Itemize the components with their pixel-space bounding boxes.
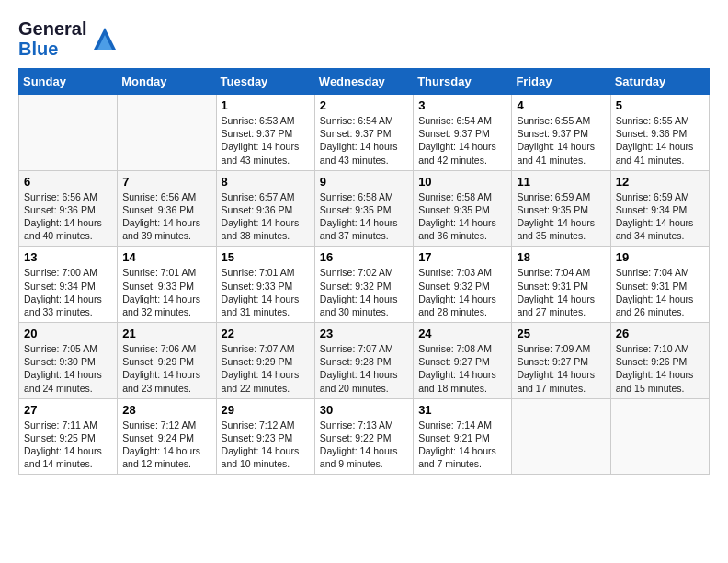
day-info: Sunrise: 6:56 AM Sunset: 9:36 PM Dayligh… bbox=[24, 190, 112, 243]
day-info: Sunrise: 6:59 AM Sunset: 9:34 PM Dayligh… bbox=[616, 190, 704, 243]
day-info: Sunrise: 7:07 AM Sunset: 9:28 PM Dayligh… bbox=[320, 342, 408, 395]
calendar-cell: 29Sunrise: 7:12 AM Sunset: 9:23 PM Dayli… bbox=[216, 398, 314, 475]
calendar-cell: 7Sunrise: 6:56 AM Sunset: 9:36 PM Daylig… bbox=[118, 170, 216, 247]
calendar-header-row: SundayMondayTuesdayWednesdayThursdayFrid… bbox=[19, 69, 710, 95]
day-info: Sunrise: 6:59 AM Sunset: 9:35 PM Dayligh… bbox=[517, 190, 605, 243]
calendar-cell: 10Sunrise: 6:58 AM Sunset: 9:35 PM Dayli… bbox=[414, 170, 512, 247]
day-info: Sunrise: 7:10 AM Sunset: 9:26 PM Dayligh… bbox=[616, 342, 704, 395]
calendar-cell bbox=[512, 398, 610, 475]
calendar-week-row: 20Sunrise: 7:05 AM Sunset: 9:30 PM Dayli… bbox=[19, 323, 710, 399]
day-info: Sunrise: 6:58 AM Sunset: 9:35 PM Dayligh… bbox=[320, 190, 408, 243]
calendar-cell: 19Sunrise: 7:04 AM Sunset: 9:31 PM Dayli… bbox=[610, 247, 709, 323]
calendar-week-row: 1Sunrise: 6:53 AM Sunset: 9:37 PM Daylig… bbox=[19, 95, 710, 171]
day-number: 6 bbox=[24, 175, 112, 189]
calendar-cell: 12Sunrise: 6:59 AM Sunset: 9:34 PM Dayli… bbox=[610, 170, 709, 247]
day-info: Sunrise: 6:54 AM Sunset: 9:37 PM Dayligh… bbox=[418, 114, 506, 167]
weekday-header-thursday: Thursday bbox=[414, 69, 512, 95]
day-info: Sunrise: 7:12 AM Sunset: 9:24 PM Dayligh… bbox=[122, 419, 210, 471]
day-number: 10 bbox=[418, 175, 506, 189]
logo-icon bbox=[90, 24, 119, 53]
day-number: 18 bbox=[517, 250, 605, 264]
day-number: 27 bbox=[24, 403, 112, 417]
day-number: 14 bbox=[122, 250, 210, 264]
calendar-cell: 1Sunrise: 6:53 AM Sunset: 9:37 PM Daylig… bbox=[216, 95, 314, 171]
weekday-header-wednesday: Wednesday bbox=[314, 69, 413, 95]
day-number: 16 bbox=[320, 250, 408, 264]
calendar-cell: 21Sunrise: 7:06 AM Sunset: 9:29 PM Dayli… bbox=[118, 323, 216, 399]
day-number: 11 bbox=[517, 175, 605, 189]
day-number: 29 bbox=[222, 403, 310, 417]
calendar-cell: 18Sunrise: 7:04 AM Sunset: 9:31 PM Dayli… bbox=[512, 247, 610, 323]
calendar-cell: 27Sunrise: 7:11 AM Sunset: 9:25 PM Dayli… bbox=[19, 398, 118, 475]
day-number: 23 bbox=[320, 327, 408, 340]
day-number: 12 bbox=[616, 175, 704, 189]
calendar-cell: 23Sunrise: 7:07 AM Sunset: 9:28 PM Dayli… bbox=[314, 323, 413, 399]
day-info: Sunrise: 7:08 AM Sunset: 9:27 PM Dayligh… bbox=[418, 342, 506, 395]
logo: General Blue bbox=[18, 18, 119, 59]
day-number: 1 bbox=[222, 98, 310, 112]
day-number: 17 bbox=[418, 250, 506, 264]
day-number: 13 bbox=[24, 250, 112, 264]
day-number: 28 bbox=[122, 403, 210, 417]
day-number: 30 bbox=[320, 403, 408, 417]
calendar-cell: 20Sunrise: 7:05 AM Sunset: 9:30 PM Dayli… bbox=[19, 323, 118, 399]
page-header: General Blue bbox=[18, 18, 710, 59]
day-info: Sunrise: 7:09 AM Sunset: 9:27 PM Dayligh… bbox=[517, 342, 605, 395]
calendar-cell: 4Sunrise: 6:55 AM Sunset: 9:37 PM Daylig… bbox=[512, 95, 610, 171]
calendar-cell: 14Sunrise: 7:01 AM Sunset: 9:33 PM Dayli… bbox=[118, 247, 216, 323]
calendar-cell: 5Sunrise: 6:55 AM Sunset: 9:36 PM Daylig… bbox=[610, 95, 709, 171]
day-info: Sunrise: 7:01 AM Sunset: 9:33 PM Dayligh… bbox=[222, 266, 310, 318]
day-info: Sunrise: 6:54 AM Sunset: 9:37 PM Dayligh… bbox=[320, 114, 408, 167]
calendar-table: SundayMondayTuesdayWednesdayThursdayFrid… bbox=[18, 68, 710, 475]
day-number: 9 bbox=[320, 175, 408, 189]
calendar-cell: 16Sunrise: 7:02 AM Sunset: 9:32 PM Dayli… bbox=[314, 247, 413, 323]
day-number: 4 bbox=[517, 98, 605, 112]
day-info: Sunrise: 7:03 AM Sunset: 9:32 PM Dayligh… bbox=[418, 266, 506, 318]
day-number: 21 bbox=[122, 327, 210, 340]
calendar-cell bbox=[118, 95, 216, 171]
day-number: 2 bbox=[320, 98, 408, 112]
calendar-cell: 15Sunrise: 7:01 AM Sunset: 9:33 PM Dayli… bbox=[216, 247, 314, 323]
calendar-cell: 2Sunrise: 6:54 AM Sunset: 9:37 PM Daylig… bbox=[314, 95, 413, 171]
calendar-cell: 25Sunrise: 7:09 AM Sunset: 9:27 PM Dayli… bbox=[512, 323, 610, 399]
day-info: Sunrise: 7:04 AM Sunset: 9:31 PM Dayligh… bbox=[616, 266, 704, 318]
day-info: Sunrise: 6:55 AM Sunset: 9:37 PM Dayligh… bbox=[517, 114, 605, 167]
day-info: Sunrise: 7:00 AM Sunset: 9:34 PM Dayligh… bbox=[24, 266, 112, 318]
calendar-cell bbox=[19, 95, 118, 171]
weekday-header-monday: Monday bbox=[118, 69, 216, 95]
day-info: Sunrise: 6:55 AM Sunset: 9:36 PM Dayligh… bbox=[616, 114, 704, 167]
calendar-cell: 6Sunrise: 6:56 AM Sunset: 9:36 PM Daylig… bbox=[19, 170, 118, 247]
calendar-cell: 26Sunrise: 7:10 AM Sunset: 9:26 PM Dayli… bbox=[610, 323, 709, 399]
calendar-cell: 3Sunrise: 6:54 AM Sunset: 9:37 PM Daylig… bbox=[414, 95, 512, 171]
calendar-cell: 28Sunrise: 7:12 AM Sunset: 9:24 PM Dayli… bbox=[118, 398, 216, 475]
day-info: Sunrise: 7:13 AM Sunset: 9:22 PM Dayligh… bbox=[320, 419, 408, 471]
day-number: 20 bbox=[24, 327, 112, 340]
day-number: 3 bbox=[418, 98, 506, 112]
day-info: Sunrise: 7:11 AM Sunset: 9:25 PM Dayligh… bbox=[24, 419, 112, 471]
calendar-cell bbox=[610, 398, 709, 475]
calendar-week-row: 6Sunrise: 6:56 AM Sunset: 9:36 PM Daylig… bbox=[19, 170, 710, 247]
day-info: Sunrise: 7:06 AM Sunset: 9:29 PM Dayligh… bbox=[122, 342, 210, 395]
day-info: Sunrise: 7:14 AM Sunset: 9:21 PM Dayligh… bbox=[418, 419, 506, 471]
logo-line1: General bbox=[18, 18, 86, 39]
calendar-week-row: 27Sunrise: 7:11 AM Sunset: 9:25 PM Dayli… bbox=[19, 398, 710, 475]
day-number: 26 bbox=[616, 327, 704, 340]
day-info: Sunrise: 7:01 AM Sunset: 9:33 PM Dayligh… bbox=[122, 266, 210, 318]
day-number: 22 bbox=[222, 327, 310, 340]
day-number: 15 bbox=[222, 250, 310, 264]
calendar-week-row: 13Sunrise: 7:00 AM Sunset: 9:34 PM Dayli… bbox=[19, 247, 710, 323]
weekday-header-sunday: Sunday bbox=[19, 69, 118, 95]
day-info: Sunrise: 7:05 AM Sunset: 9:30 PM Dayligh… bbox=[24, 342, 112, 395]
calendar-cell: 24Sunrise: 7:08 AM Sunset: 9:27 PM Dayli… bbox=[414, 323, 512, 399]
calendar-cell: 30Sunrise: 7:13 AM Sunset: 9:22 PM Dayli… bbox=[314, 398, 413, 475]
day-info: Sunrise: 6:58 AM Sunset: 9:35 PM Dayligh… bbox=[418, 190, 506, 243]
weekday-header-saturday: Saturday bbox=[610, 69, 709, 95]
day-info: Sunrise: 6:57 AM Sunset: 9:36 PM Dayligh… bbox=[222, 190, 310, 243]
day-number: 7 bbox=[122, 175, 210, 189]
day-info: Sunrise: 7:07 AM Sunset: 9:29 PM Dayligh… bbox=[222, 342, 310, 395]
day-info: Sunrise: 7:02 AM Sunset: 9:32 PM Dayligh… bbox=[320, 266, 408, 318]
calendar-cell: 9Sunrise: 6:58 AM Sunset: 9:35 PM Daylig… bbox=[314, 170, 413, 247]
weekday-header-friday: Friday bbox=[512, 69, 610, 95]
day-info: Sunrise: 7:04 AM Sunset: 9:31 PM Dayligh… bbox=[517, 266, 605, 318]
day-number: 19 bbox=[616, 250, 704, 264]
